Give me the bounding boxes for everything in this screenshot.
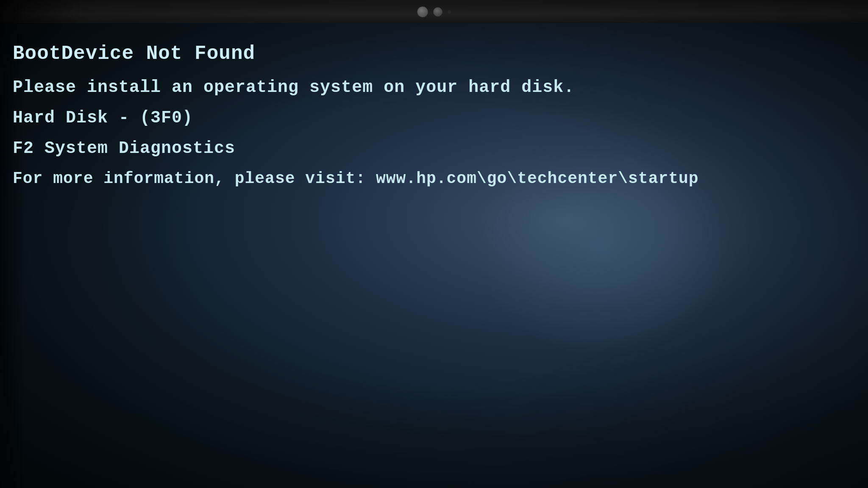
top-bezel — [0, 0, 868, 23]
f2-diagnostics-label: F2 System Diagnostics — [13, 137, 855, 161]
camera-area — [417, 6, 451, 17]
boot-device-not-found-title: BootDevice Not Found — [13, 40, 855, 67]
camera-indicator — [448, 10, 451, 14]
more-info-url: For more information, please visit: www.… — [13, 167, 855, 190]
webcam-lens — [417, 6, 428, 17]
hard-disk-error-code: Hard Disk - (3F0) — [13, 106, 855, 130]
install-os-message: Please install an operating system on yo… — [13, 76, 855, 100]
screen-content: BootDevice Not Found Please install an o… — [0, 23, 868, 488]
camera-dot-secondary — [433, 7, 442, 17]
